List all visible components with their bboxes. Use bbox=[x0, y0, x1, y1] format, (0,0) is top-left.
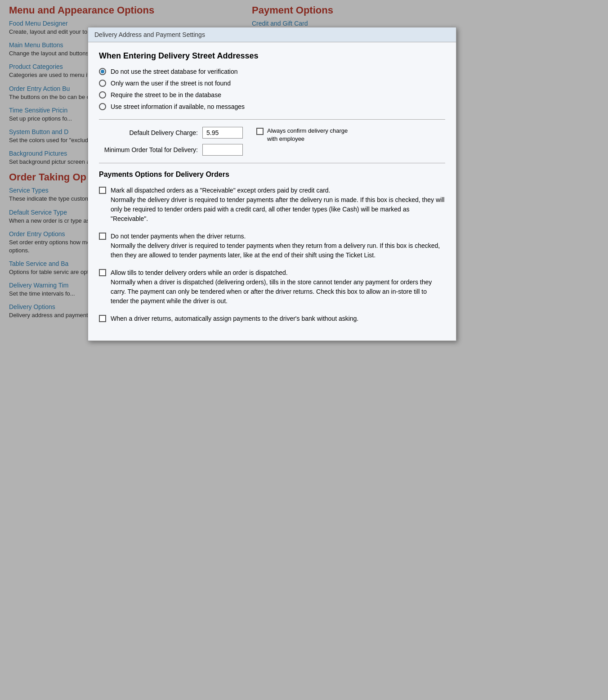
confirm-delivery-charge-label: Always confirm delivery charge with empl… bbox=[267, 127, 355, 143]
payment-checkbox-4-text: When a driver returns, automatically ass… bbox=[111, 314, 358, 323]
payment-checkbox-3-row[interactable]: Allow tills to tender delivery orders wh… bbox=[99, 268, 445, 306]
default-charge-input[interactable] bbox=[202, 127, 243, 139]
payment-checkbox-1-line1: Mark all dispatched orders as a "Receiva… bbox=[111, 187, 331, 194]
min-order-label: Minimum Order Total for Delivery: bbox=[99, 146, 198, 153]
min-order-row: Minimum Order Total for Delivery: bbox=[99, 144, 243, 156]
radio-option-2[interactable]: Only warn the user if the street is not … bbox=[99, 80, 445, 87]
delivery-charge-section: Default Delivery Charge: Minimum Order T… bbox=[99, 127, 445, 156]
confirm-delivery-charge-checkbox[interactable] bbox=[256, 128, 264, 135]
default-charge-label: Default Delivery Charge: bbox=[99, 129, 198, 136]
modal-title-bar: Delivery Address and Payment Settings bbox=[88, 27, 456, 42]
payment-checkbox-2-line1: Do not tender payments when the driver r… bbox=[111, 233, 246, 240]
payment-checkbox-1-text: Mark all dispatched orders as a "Receiva… bbox=[111, 186, 445, 224]
radio-option-4[interactable]: Use street information if available, no … bbox=[99, 103, 445, 110]
payment-checkbox-2-text: Do not tender payments when the driver r… bbox=[111, 232, 445, 260]
modal-title: Delivery Address and Payment Settings bbox=[94, 31, 205, 38]
min-order-input[interactable] bbox=[202, 144, 243, 156]
modal-section1-header: When Entering Delivery Street Addresses bbox=[99, 51, 445, 61]
payment-checkbox-3-rest: Normally when a driver is dispatched (de… bbox=[111, 278, 432, 305]
modal-dialog: Delivery Address and Payment Settings Wh… bbox=[88, 27, 456, 341]
payment-checkbox-4-row[interactable]: When a driver returns, automatically ass… bbox=[99, 314, 445, 323]
radio-circle-1[interactable] bbox=[99, 68, 106, 75]
payment-checkbox-2[interactable] bbox=[99, 233, 106, 240]
payment-checkbox-2-row[interactable]: Do not tender payments when the driver r… bbox=[99, 232, 445, 260]
payment-checkbox-1-row[interactable]: Mark all dispatched orders as a "Receiva… bbox=[99, 186, 445, 224]
radio-circle-2[interactable] bbox=[99, 80, 106, 87]
modal-section2-header: Payments Options for Delivery Orders bbox=[99, 171, 445, 179]
radio-label-4: Use street information if available, no … bbox=[111, 103, 245, 110]
payment-checkbox-1[interactable] bbox=[99, 187, 106, 194]
payment-checkbox-4[interactable] bbox=[99, 315, 106, 322]
default-charge-row: Default Delivery Charge: bbox=[99, 127, 243, 139]
radio-label-3: Require the street to be in the database bbox=[111, 91, 221, 99]
payment-checkbox-4-line1: When a driver returns, automatically ass… bbox=[111, 315, 358, 322]
divider-1 bbox=[99, 119, 445, 120]
divider-2 bbox=[99, 163, 445, 163]
street-verification-radio-group: Do not use the street database for verif… bbox=[99, 68, 445, 110]
payment-checkbox-3-line1: Allow tills to tender delivery orders wh… bbox=[111, 269, 288, 276]
radio-option-3[interactable]: Require the street to be in the database bbox=[99, 91, 445, 99]
payment-checkbox-2-rest: Normally the delivery driver is required… bbox=[111, 242, 440, 259]
confirm-delivery-charge-checkbox-row[interactable]: Always confirm delivery charge with empl… bbox=[256, 127, 355, 143]
radio-circle-3[interactable] bbox=[99, 91, 106, 99]
payment-checkbox-3[interactable] bbox=[99, 269, 106, 276]
radio-option-1[interactable]: Do not use the street database for verif… bbox=[99, 68, 445, 75]
payment-checkbox-1-rest: Normally the delivery driver is required… bbox=[111, 196, 444, 222]
radio-circle-4[interactable] bbox=[99, 103, 106, 110]
radio-label-2: Only warn the user if the street is not … bbox=[111, 80, 231, 87]
payment-checkbox-3-text: Allow tills to tender delivery orders wh… bbox=[111, 268, 445, 306]
radio-label-1: Do not use the street database for verif… bbox=[111, 68, 238, 75]
